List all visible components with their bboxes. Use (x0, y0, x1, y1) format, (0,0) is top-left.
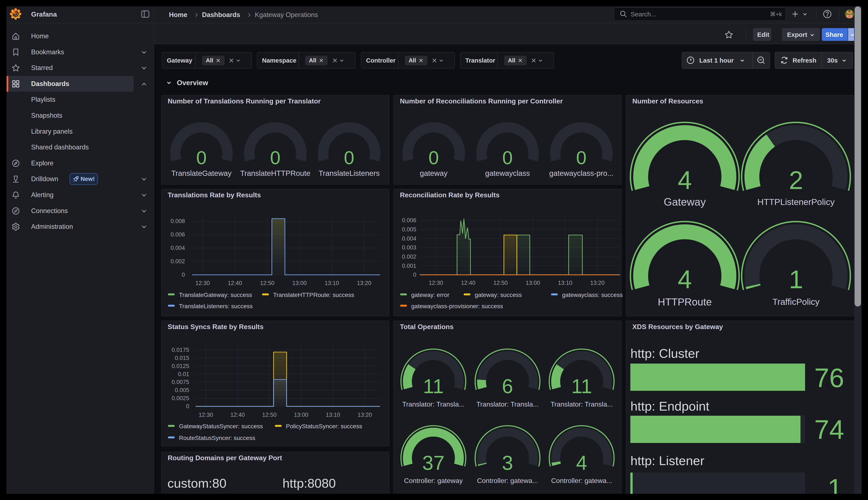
svg-text:4: 4 (678, 265, 692, 294)
svg-text:13:20: 13:20 (357, 412, 372, 418)
svg-text:0.003: 0.003 (402, 245, 416, 251)
svg-text:13:10: 13:10 (558, 280, 572, 286)
svg-text:TranslateHTTPRoute: TranslateHTTPRoute (240, 169, 310, 177)
svg-text:76: 76 (814, 363, 844, 393)
svg-text:HTTPListenerPolicy: HTTPListenerPolicy (757, 197, 835, 207)
svg-text:0.004: 0.004 (402, 236, 416, 242)
svg-text:gateway: success: gateway: success (475, 292, 522, 298)
svg-text:RouteStatusSyncer: success: RouteStatusSyncer: success (179, 435, 255, 441)
svg-text:0: 0 (186, 403, 189, 410)
svg-text:Translator: Transla...: Translator: Transla... (402, 400, 465, 408)
svg-text:gatewayclass: gatewayclass (485, 169, 530, 177)
svg-text:1: 1 (789, 265, 803, 294)
svg-text:11: 11 (571, 375, 592, 397)
svg-text:GatewayStatusSyncer: success: GatewayStatusSyncer: success (179, 423, 263, 430)
svg-text:Controller: gatewa...: Controller: gatewa... (551, 477, 612, 485)
svg-text:0.001: 0.001 (402, 263, 416, 269)
svg-text:gatewayclass-pro...: gatewayclass-pro... (549, 169, 614, 177)
svg-text:0.015: 0.015 (175, 355, 189, 361)
svg-text:Translator: Transla...: Translator: Transla... (550, 400, 613, 408)
svg-text:http: Listener: http: Listener (631, 454, 704, 468)
svg-text:13:00: 13:00 (294, 412, 309, 418)
svg-text:4: 4 (576, 452, 587, 474)
svg-text:TrafficPolicy: TrafficPolicy (772, 297, 820, 307)
svg-text:TranslateGateway: success: TranslateGateway: success (179, 292, 252, 298)
svg-text:0: 0 (502, 147, 513, 168)
svg-text:0.006: 0.006 (402, 217, 416, 224)
svg-text:TranslateListeners: success: TranslateListeners: success (179, 303, 253, 309)
svg-text:Gateway: Gateway (664, 196, 706, 208)
svg-text:0: 0 (413, 272, 416, 278)
svg-text:0: 0 (270, 147, 281, 168)
svg-text:13:20: 13:20 (357, 280, 371, 286)
svg-text:gatewayclass: success: gatewayclass: success (562, 292, 623, 298)
svg-text:0: 0 (196, 147, 207, 168)
svg-text:0: 0 (429, 147, 439, 168)
svg-text:Controller: gateway: Controller: gateway (404, 477, 463, 485)
svg-text:0: 0 (576, 147, 587, 168)
svg-text:0.002: 0.002 (402, 253, 416, 260)
svg-text:0.004: 0.004 (170, 245, 185, 251)
svg-text:12:50: 12:50 (260, 280, 275, 286)
svg-text:0: 0 (344, 147, 354, 168)
svg-text:0.0025: 0.0025 (171, 395, 189, 401)
svg-text:37: 37 (422, 452, 445, 474)
svg-text:12:30: 12:30 (199, 412, 213, 418)
svg-text:TranslateGateway: TranslateGateway (171, 169, 232, 177)
svg-text:0: 0 (182, 272, 185, 278)
svg-text:1: 1 (827, 474, 843, 494)
svg-text:12:30: 12:30 (196, 280, 210, 286)
svg-text:4: 4 (678, 166, 692, 194)
svg-text:PolicyStatusSyncer: success: PolicyStatusSyncer: success (286, 423, 362, 430)
svg-text:0.0075: 0.0075 (171, 379, 189, 385)
svg-text:custom:80: custom:80 (167, 476, 226, 490)
svg-text:0.0175: 0.0175 (171, 347, 189, 353)
svg-text:HTTPRoute: HTTPRoute (658, 296, 712, 308)
svg-text:13:10: 13:10 (326, 412, 340, 418)
svg-text:gateway: error: gateway: error (411, 292, 449, 298)
svg-text:0.01: 0.01 (178, 371, 189, 377)
svg-text:13:20: 13:20 (590, 280, 605, 286)
svg-text:http: Cluster: http: Cluster (631, 346, 699, 361)
svg-text:74: 74 (814, 414, 844, 445)
svg-text:0.005: 0.005 (402, 226, 416, 232)
svg-text:http: Endpoint: http: Endpoint (631, 399, 710, 413)
svg-text:gatewayclass-provisioner: succ: gatewayclass-provisioner: success (411, 303, 503, 309)
svg-text:12:50: 12:50 (262, 412, 277, 418)
svg-text:12:50: 12:50 (493, 280, 508, 286)
svg-text:0.008: 0.008 (170, 218, 185, 224)
svg-text:11: 11 (423, 375, 444, 397)
svg-text:0.005: 0.005 (175, 387, 189, 393)
svg-text:6: 6 (502, 375, 513, 397)
svg-text:12:30: 12:30 (429, 280, 443, 286)
svg-text:13:00: 13:00 (292, 280, 307, 286)
svg-text:0.002: 0.002 (170, 258, 185, 264)
svg-text:0.006: 0.006 (170, 231, 185, 238)
svg-text:2: 2 (789, 166, 803, 194)
svg-text:gateway: gateway (420, 169, 448, 177)
svg-text:13:00: 13:00 (526, 280, 540, 286)
svg-text:Translator: Transla...: Translator: Transla... (476, 400, 538, 408)
svg-text:TranslateHTTPRoute: success: TranslateHTTPRoute: success (273, 292, 354, 298)
svg-text:Controller: gatewa...: Controller: gatewa... (477, 477, 538, 485)
svg-text:http:8080: http:8080 (282, 476, 336, 490)
svg-text:12:40: 12:40 (461, 280, 476, 286)
svg-text:0.0125: 0.0125 (171, 363, 189, 369)
svg-text:13:10: 13:10 (325, 280, 339, 286)
svg-text:12:40: 12:40 (228, 280, 242, 286)
svg-text:12:40: 12:40 (230, 412, 245, 418)
svg-text:TranslateListeners: TranslateListeners (319, 169, 380, 177)
svg-text:3: 3 (502, 452, 513, 474)
